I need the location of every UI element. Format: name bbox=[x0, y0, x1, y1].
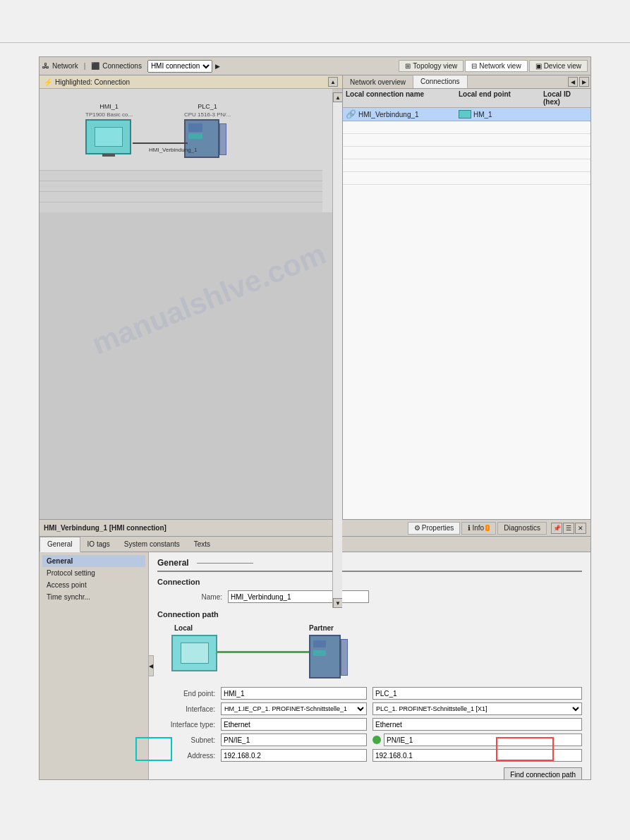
interface-row: Interface: HM_1.IE_CP_1. PROFINET-Schnit… bbox=[157, 702, 367, 715]
conn-path-visual: Local Partner bbox=[171, 624, 568, 678]
top-separator bbox=[0, 42, 630, 43]
vscroll-down[interactable]: ▼ bbox=[333, 598, 343, 608]
interface-partner-select[interactable]: PLC_1. PROFINET-Schnittstelle_1 [X1] bbox=[372, 702, 582, 715]
top-toolbar: 🖧 Network | ⬛ Connections HMI connection… bbox=[40, 57, 590, 75]
interface-type-local-input[interactable] bbox=[221, 718, 367, 731]
prop-icon-buttons: 📌 ☰ ✕ bbox=[551, 523, 586, 534]
end-point-row: End point: bbox=[157, 687, 367, 700]
end-point-partner-input[interactable] bbox=[372, 687, 582, 700]
section-general-title: General bbox=[157, 558, 582, 572]
partner-endpoint: Partner bbox=[309, 624, 341, 678]
local-hmi-icon bbox=[171, 635, 217, 671]
partner-label: Partner bbox=[309, 624, 334, 632]
conn-endpoint-cell: HM_1 bbox=[459, 110, 543, 118]
prop-header: HMI_Verbindung_1 [HMI connection] ⚙ Prop… bbox=[40, 520, 590, 537]
device-view-icon: ▣ bbox=[535, 62, 542, 70]
col-local-name: Local connection name bbox=[346, 90, 459, 106]
tab-network-overview[interactable]: Network overview bbox=[343, 76, 413, 88]
vscroll-up[interactable]: ▲ bbox=[333, 92, 343, 102]
connection-label: HMI_Verbindung_1 bbox=[149, 147, 198, 153]
conn-name-cell: 🔗 HMI_Verbindung_1 bbox=[346, 109, 459, 119]
tab-info[interactable]: ℹ Info ! bbox=[461, 522, 496, 535]
pin-icon[interactable]: 📌 bbox=[551, 523, 562, 534]
partner-plc-wrapper bbox=[309, 635, 341, 678]
prop-tabs-row: General IO tags System constants Texts bbox=[40, 537, 590, 552]
col-local-id: Local ID (hex) bbox=[543, 90, 588, 106]
address-row: Address: bbox=[157, 749, 367, 762]
connection-line bbox=[133, 142, 188, 144]
prop-tab-system-constants[interactable]: System constants bbox=[117, 537, 187, 552]
sidebar-item-access-point[interactable]: Access point bbox=[42, 579, 145, 591]
sidebar-collapse-btn[interactable]: ◀ bbox=[148, 655, 154, 676]
conn-icon: 🔗 bbox=[346, 109, 356, 119]
scroll-up-btn[interactable]: ▲ bbox=[328, 77, 338, 87]
tab-properties[interactable]: ⚙ Properties bbox=[408, 522, 461, 535]
info-badge: ! bbox=[485, 525, 490, 531]
hmi-name: HMI_1 bbox=[85, 103, 133, 110]
sidebar-item-time-sync[interactable]: Time synchr... bbox=[42, 591, 145, 603]
connection-subsection-title: Connection bbox=[157, 578, 582, 586]
connections-icon: ⬛ bbox=[91, 62, 99, 70]
end-point-local-input[interactable] bbox=[221, 687, 367, 700]
conn-scroll-right[interactable]: ▶ bbox=[579, 77, 589, 87]
info-icon: ℹ bbox=[468, 524, 471, 532]
subnet-row: Subnet: bbox=[157, 734, 367, 746]
device-area: HMI_1 TP1900 Basic co... PLC_1 CPU 1516-… bbox=[40, 89, 332, 212]
find-path-row: Find connection path bbox=[157, 767, 582, 779]
prop-header-title: HMI_Verbindung_1 [HMI connection] bbox=[44, 524, 408, 532]
local-label: Local bbox=[174, 624, 193, 632]
conn-scroll-left[interactable]: ◀ bbox=[568, 77, 578, 87]
local-fields: End point: Interface: HM_1.IE_CP_1. PROF… bbox=[157, 687, 367, 765]
connections-label: Connections bbox=[102, 62, 142, 70]
dropdown-arrow[interactable]: ▶ bbox=[215, 63, 220, 70]
subnet-dot bbox=[372, 736, 381, 744]
conn-row-1[interactable]: 🔗 HMI_Verbindung_1 HM_1 bbox=[343, 108, 590, 121]
menu-icon[interactable]: ☰ bbox=[563, 523, 574, 534]
highlighted-bar: ⚡ Highlighted: Connection ▲ bbox=[40, 75, 342, 89]
network-icon: 🖧 bbox=[42, 62, 49, 70]
sidebar-item-general[interactable]: General bbox=[42, 555, 145, 567]
highlighted-icon: ⚡ bbox=[44, 78, 52, 86]
interface-local-select[interactable]: HM_1.IE_CP_1. PROFINET-Schnittstelle_1 bbox=[221, 702, 367, 715]
close-icon[interactable]: ✕ bbox=[575, 523, 586, 534]
prop-tab-general[interactable]: General bbox=[40, 537, 80, 552]
interface-type-partner-row bbox=[372, 718, 582, 731]
connections-dropdown[interactable]: HMI connection bbox=[147, 60, 212, 73]
conn-tabs: Network overview Connections ◀ ▶ bbox=[343, 75, 590, 89]
conn-path-line bbox=[217, 651, 309, 653]
interface-label: Interface: bbox=[157, 705, 221, 713]
address-local-input[interactable] bbox=[221, 749, 367, 762]
hmi-device-card[interactable]: HMI_1 TP1900 Basic co... bbox=[85, 103, 133, 154]
conn-path-title: Connection path bbox=[157, 610, 582, 619]
interface-partner-row: PLC_1. PROFINET-Schnittstelle_1 [X1] bbox=[372, 702, 582, 715]
bottom-red-outline-box bbox=[496, 737, 554, 761]
tab-topology-view[interactable]: ⊞ Topology view bbox=[399, 60, 464, 72]
hmi-icon bbox=[85, 119, 131, 154]
col-end-point: Local end point bbox=[459, 90, 543, 106]
subnet-local-input[interactable] bbox=[221, 734, 367, 746]
tab-device-view[interactable]: ▣ Device view bbox=[529, 60, 588, 72]
hmi-small-icon bbox=[459, 110, 471, 118]
interface-type-partner-input[interactable] bbox=[372, 718, 582, 731]
prop-header-tabs: ⚙ Properties ℹ Info ! Diagnostics 📌 ☰ ✕ bbox=[408, 522, 586, 535]
bottom-cyan-outline-box bbox=[135, 737, 172, 761]
plc-name: PLC_1 bbox=[184, 103, 231, 110]
sidebar-item-protocol[interactable]: Protocol setting bbox=[42, 567, 145, 579]
partner-plc-icon bbox=[309, 635, 341, 678]
name-input[interactable] bbox=[228, 590, 369, 603]
name-label: Name: bbox=[157, 593, 228, 601]
tab-network-view[interactable]: ⊟ Network view bbox=[465, 60, 527, 72]
find-connection-path-button[interactable]: Find connection path bbox=[504, 767, 582, 779]
conn-table-header: Local connection name Local end point Lo… bbox=[343, 89, 590, 108]
prop-sidebar: General Protocol setting Access point Ti… bbox=[40, 552, 149, 779]
local-endpoint: Local bbox=[171, 624, 217, 671]
interface-type-row: Interface type: bbox=[157, 718, 367, 731]
hmi-subtitle: TP1900 Basic co... bbox=[85, 111, 133, 118]
plc-subtitle: CPU 1516-3 PN/... bbox=[184, 111, 231, 118]
tab-connections[interactable]: Connections bbox=[413, 75, 468, 88]
left-panel-vscroll[interactable]: ▲ ▼ bbox=[332, 92, 342, 608]
highlighted-label: ⚡ Highlighted: Connection bbox=[44, 78, 130, 86]
prop-tab-texts[interactable]: Texts bbox=[187, 537, 217, 552]
prop-tab-io-tags[interactable]: IO tags bbox=[80, 537, 117, 552]
tab-diagnostics[interactable]: Diagnostics bbox=[497, 522, 547, 535]
